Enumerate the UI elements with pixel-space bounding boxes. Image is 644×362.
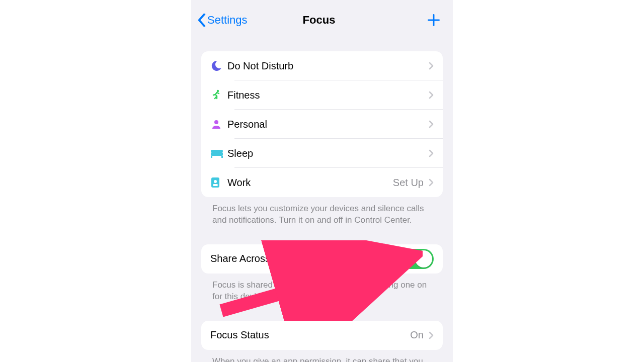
settings-screen: Settings Focus Do Not Disturb <box>191 0 453 362</box>
share-group: Share Across Devices <box>201 244 443 274</box>
svg-rect-6 <box>211 156 212 158</box>
focus-modes-footer: Focus lets you customize your devices an… <box>201 197 443 226</box>
svg-point-9 <box>214 180 217 183</box>
status-footer: When you give an app permission, it can … <box>201 350 443 362</box>
share-across-devices-toggle[interactable] <box>400 249 434 269</box>
badge-icon <box>210 176 220 189</box>
svg-rect-7 <box>221 156 223 158</box>
plus-icon <box>427 13 441 27</box>
chevron-left-icon <box>197 14 206 27</box>
chevron-right-icon <box>429 120 434 128</box>
content: Do Not Disturb Fitness <box>191 40 453 362</box>
row-detail: Set Up <box>393 177 424 189</box>
share-across-devices-row: Share Across Devices <box>201 244 443 274</box>
row-label: Fitness <box>227 89 429 101</box>
page-title: Focus <box>303 14 336 27</box>
chevron-right-icon <box>429 62 434 70</box>
nav-bar: Settings Focus <box>191 0 453 40</box>
status-label: Focus Status <box>210 329 410 341</box>
svg-point-3 <box>214 120 218 124</box>
bed-icon <box>210 148 223 158</box>
chevron-right-icon <box>429 149 434 157</box>
focus-row-fitness[interactable]: Fitness <box>201 80 443 110</box>
row-label: Do Not Disturb <box>227 60 429 72</box>
svg-rect-5 <box>211 150 223 152</box>
focus-row-sleep[interactable]: Sleep <box>201 139 443 168</box>
chevron-right-icon <box>429 331 434 339</box>
row-label: Work <box>227 177 393 189</box>
person-icon <box>210 118 222 130</box>
status-group: Focus Status On <box>201 321 443 350</box>
moon-icon <box>210 60 222 72</box>
focus-row-personal[interactable]: Personal <box>201 110 443 139</box>
add-button[interactable] <box>375 13 447 27</box>
share-footer: Focus is shared across your devices, and… <box>201 274 443 303</box>
focus-row-work[interactable]: Work Set Up <box>201 168 443 197</box>
row-label: Sleep <box>227 148 429 159</box>
svg-rect-10 <box>213 184 218 186</box>
svg-rect-4 <box>211 152 223 156</box>
focus-modes-group: Do Not Disturb Fitness <box>201 51 443 197</box>
focus-status-row[interactable]: Focus Status On <box>201 321 443 350</box>
back-label: Settings <box>207 14 248 27</box>
chevron-right-icon <box>429 178 434 187</box>
svg-point-2 <box>217 90 219 92</box>
focus-row-do-not-disturb[interactable]: Do Not Disturb <box>201 51 443 80</box>
share-label: Share Across Devices <box>210 253 400 264</box>
back-button[interactable]: Settings <box>197 14 263 27</box>
chevron-right-icon <box>429 91 434 99</box>
status-value: On <box>410 329 424 341</box>
row-label: Personal <box>227 119 429 130</box>
runner-icon <box>210 89 222 101</box>
